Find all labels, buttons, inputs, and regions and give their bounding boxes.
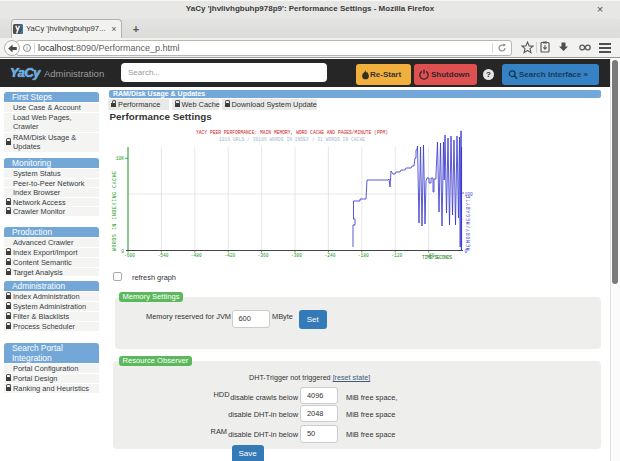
svg-text:-420: -420 bbox=[224, 253, 235, 258]
svg-text:-360: -360 bbox=[258, 253, 269, 258]
svg-text:-600: -600 bbox=[124, 253, 135, 258]
svg-text:TIME/SECONDS: TIME/SECONDS bbox=[422, 255, 452, 260]
svg-text:MEMORY/MEGABYTE: MEMORY/MEGABYTE bbox=[466, 195, 471, 250]
svg-text:-180: -180 bbox=[358, 253, 369, 258]
svg-text:YACY PEER PERFORMANCE: MAIN ME: YACY PEER PERFORMANCE: MAIN MEMORY, WORD… bbox=[196, 130, 388, 135]
svg-text:-540: -540 bbox=[157, 253, 168, 258]
svg-text:-240: -240 bbox=[324, 253, 335, 258]
svg-text:-300: -300 bbox=[291, 253, 302, 258]
svg-text:WORDS IN INDEXING CACHE: WORDS IN INDEXING CACHE bbox=[112, 171, 117, 251]
svg-text:1016 URLS / 39106 WORDS IN IND: 1016 URLS / 39106 WORDS IN INDEX / 31 WO… bbox=[219, 137, 365, 142]
svg-text:10K: 10K bbox=[116, 156, 125, 161]
svg-text:-120: -120 bbox=[391, 253, 402, 258]
svg-text:-480: -480 bbox=[191, 253, 202, 258]
